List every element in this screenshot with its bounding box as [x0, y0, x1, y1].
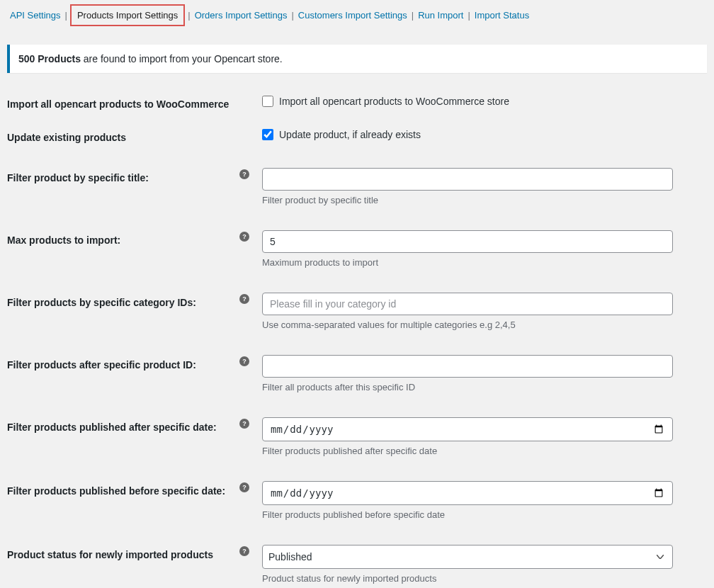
update-existing-label: Update existing products — [7, 128, 262, 143]
import-all-checkbox-label: Import all opencart products to WooComme… — [279, 96, 509, 107]
update-existing-checkbox[interactable] — [262, 129, 273, 140]
help-icon[interactable]: ? — [239, 419, 249, 429]
tab-customers-import-settings[interactable]: Customers Import Settings — [295, 7, 410, 23]
filter-before-date-input[interactable] — [262, 481, 673, 505]
settings-tabs: API Settings | Products Import Settings … — [7, 7, 707, 23]
product-status-label: Product status for newly imported produc… — [7, 545, 262, 560]
tab-separator: | — [466, 7, 471, 23]
tab-separator: | — [64, 7, 69, 23]
product-status-select[interactable]: Published — [262, 545, 673, 569]
filter-after-date-hint: Filter products published after specific… — [262, 446, 673, 456]
filter-category-label: Filter products by specific category IDs… — [7, 293, 262, 308]
filter-after-date-input[interactable] — [262, 417, 673, 441]
filter-after-id-hint: Filter all products after this specific … — [262, 382, 673, 392]
filter-title-label: Filter product by specific title: ? — [7, 168, 262, 183]
filter-title-hint: Filter product by specific title — [262, 195, 673, 205]
tab-products-import-settings[interactable]: Products Import Settings — [70, 4, 185, 26]
tab-import-status[interactable]: Import Status — [472, 7, 532, 23]
filter-before-date-label: Filter products published before specifi… — [7, 481, 262, 497]
tab-orders-import-settings[interactable]: Orders Import Settings — [192, 7, 290, 23]
update-existing-checkbox-label: Update product, if already exists — [279, 129, 421, 140]
filter-category-hint: Use comma-separated values for multiple … — [262, 320, 673, 330]
max-products-input[interactable] — [262, 230, 673, 253]
help-icon[interactable]: ? — [239, 482, 249, 492]
filter-after-date-label: Filter products published after specific… — [7, 417, 262, 433]
info-notice: 500 Products are found to import from yo… — [7, 45, 707, 73]
help-icon[interactable]: ? — [239, 169, 249, 179]
help-icon[interactable]: ? — [239, 294, 249, 304]
help-icon[interactable]: ? — [239, 356, 249, 366]
help-icon[interactable]: ? — [239, 232, 249, 242]
import-all-label: Import all opencart products to WooComme… — [7, 94, 262, 110]
filter-category-input[interactable] — [262, 293, 673, 315]
help-icon[interactable]: ? — [239, 546, 249, 556]
filter-after-id-input[interactable] — [262, 355, 673, 378]
product-status-hint: Product status for newly imported produc… — [262, 573, 673, 584]
notice-count: 500 Products — [18, 53, 81, 64]
tab-separator: | — [410, 7, 415, 23]
filter-title-input[interactable] — [262, 168, 673, 191]
max-products-hint: Maximum products to import — [262, 257, 673, 268]
filter-after-id-label: Filter products after specific product I… — [7, 355, 262, 371]
settings-form: Import all opencart products to WooComme… — [7, 94, 707, 588]
max-products-label: Max products to import: ? — [7, 230, 262, 246]
filter-before-date-hint: Filter products published before specifi… — [262, 509, 673, 520]
tab-run-import[interactable]: Run Import — [415, 7, 466, 23]
notice-text: are found to import from your Opencart s… — [81, 53, 283, 64]
tab-api-settings[interactable]: API Settings — [7, 7, 64, 23]
import-all-checkbox[interactable] — [262, 96, 273, 107]
tab-separator: | — [186, 7, 191, 23]
tab-separator: | — [290, 7, 295, 23]
